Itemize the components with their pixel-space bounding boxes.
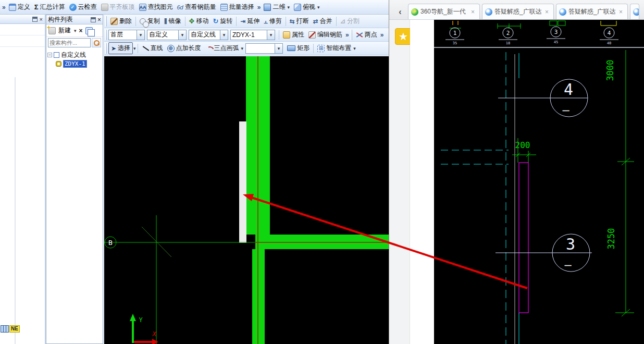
arc-mode-select[interactable]: ▾ bbox=[245, 43, 283, 54]
new-component-icon bbox=[48, 27, 56, 34]
chevron-down-icon[interactable]: ▾ bbox=[241, 46, 244, 51]
cloud-check-icon: ✓ bbox=[69, 4, 77, 11]
close-icon[interactable]: × bbox=[97, 16, 101, 23]
toolbar-overflow-icon[interactable]: » bbox=[379, 31, 385, 39]
smart-layout-icon: ⊞ bbox=[317, 45, 325, 52]
canvas-drawing: B Y X bbox=[104, 56, 389, 344]
select-tool-button[interactable]: ➤选择 bbox=[108, 42, 133, 54]
chevron-down-icon[interactable]: ▾ bbox=[133, 46, 136, 51]
copy-component-icon[interactable] bbox=[85, 27, 93, 34]
glodon-qa-favicon bbox=[633, 8, 639, 16]
break-button[interactable]: ⇆打断 bbox=[288, 16, 311, 27]
close-icon[interactable]: × bbox=[40, 16, 43, 22]
separator bbox=[286, 17, 286, 26]
drawing-canvas[interactable]: B Y X bbox=[104, 56, 389, 344]
chevron-down-icon[interactable]: ▾ bbox=[73, 28, 77, 33]
browser-window: ‹ 360导航_新一代 × 答疑解惑_广联达 × 答疑解惑_广联达 × ★ bbox=[389, 0, 644, 344]
chevron-down-icon[interactable]: ▾ bbox=[178, 30, 186, 40]
edit-rebar-button[interactable]: 编辑钢筋 bbox=[306, 29, 344, 40]
view-rebar-button[interactable]: 6d 查看钢筋量 bbox=[175, 2, 218, 13]
cloud-check-button[interactable]: ✓ 云检查 bbox=[67, 2, 99, 13]
close-tab-icon[interactable]: × bbox=[618, 8, 623, 16]
collapse-node-icon[interactable]: − bbox=[47, 53, 52, 57]
summary-calc-button[interactable]: Σ 汇总计算 bbox=[32, 2, 67, 13]
floor-select[interactable]: 首层▾ bbox=[108, 30, 145, 40]
trim-button[interactable]: ⫠修剪 bbox=[262, 16, 283, 27]
toolbar-overflow-icon[interactable]: » bbox=[256, 4, 262, 11]
view-2d-button[interactable]: 二维 ▾ bbox=[262, 2, 292, 13]
browser-tab-partial[interactable] bbox=[630, 4, 639, 19]
top-view-button[interactable]: 俯视 ▾ bbox=[292, 2, 322, 13]
browser-tab-qa-1[interactable]: 答疑解惑_广联达 × bbox=[482, 4, 554, 19]
properties-icon bbox=[283, 31, 290, 39]
svg-text:200: 200 bbox=[515, 140, 530, 150]
find-element-button[interactable]: AA 查找图元 bbox=[137, 2, 175, 13]
chevron-down-icon[interactable]: ▾ bbox=[317, 5, 320, 10]
tree-root-label: 自定义线 bbox=[61, 51, 86, 59]
left-dock-panel: × NE bbox=[0, 15, 46, 344]
favorites-star-button[interactable]: ★ bbox=[395, 28, 412, 45]
type-select[interactable]: 自定义线▾ bbox=[189, 30, 228, 40]
smart-layout-button[interactable]: ⊞智能布置▾ bbox=[315, 43, 358, 54]
extend-button[interactable]: ⇥延伸 bbox=[238, 16, 262, 27]
bim-application-window: » 定义 Σ 汇总计算 ✓ 云检查 平齐板顶 AA 查找图元 6d 查看钢筋量 … bbox=[0, 0, 389, 344]
component-list-toolbar: 新建 ▾ × bbox=[46, 24, 103, 37]
toolbar-grip[interactable] bbox=[105, 16, 107, 27]
svg-text:—: — bbox=[564, 258, 572, 271]
search-input[interactable] bbox=[48, 38, 91, 47]
drawing-toolbars: 删除 复制 ⫼镜像 ✥移动 ↻旋转 ⇥延伸 ⫠修剪 ⇆打断 ⇄合并 ⊿分割 首层… bbox=[104, 15, 389, 55]
tab-collapse-button[interactable]: ‹ bbox=[392, 5, 408, 19]
close-tab-icon[interactable]: × bbox=[470, 8, 475, 16]
wall-horizontal[interactable] bbox=[255, 235, 389, 249]
2d-view-icon bbox=[264, 4, 271, 11]
toolbar-grip[interactable] bbox=[105, 43, 107, 54]
gear-icon bbox=[56, 61, 61, 67]
properties-button[interactable]: 属性 bbox=[281, 29, 306, 40]
mirror-button[interactable]: ⫼镜像 bbox=[162, 16, 183, 27]
category-select[interactable]: 自定义▾ bbox=[147, 30, 187, 40]
define-icon bbox=[9, 4, 16, 11]
merge-button[interactable]: ⇄合并 bbox=[311, 16, 335, 27]
chevron-down-icon[interactable]: ▾ bbox=[287, 5, 290, 10]
chevron-down-icon[interactable]: ▾ bbox=[353, 46, 356, 51]
element-select[interactable]: ZDYX-1▾ bbox=[230, 30, 275, 40]
wall-vertical-lower[interactable] bbox=[252, 249, 265, 344]
svg-text:4: 4 bbox=[608, 30, 611, 36]
chevron-down-icon[interactable]: ▾ bbox=[275, 44, 282, 53]
custom-line-element[interactable] bbox=[239, 121, 246, 243]
chevron-down-icon[interactable]: ▾ bbox=[137, 30, 144, 40]
line-tool-button[interactable]: 直线 bbox=[140, 43, 165, 54]
chevron-down-icon[interactable]: ▾ bbox=[220, 30, 228, 40]
pin-icon[interactable] bbox=[32, 17, 38, 22]
toolbar-grip[interactable] bbox=[351, 30, 352, 40]
browser-tab-qa-2[interactable]: 答疑解惑_广联达 × bbox=[556, 4, 628, 19]
define-button[interactable]: 定义 bbox=[7, 2, 32, 13]
delete-component-button[interactable]: × bbox=[79, 27, 83, 34]
search-button[interactable] bbox=[92, 38, 101, 47]
chevron-down-icon[interactable]: ▾ bbox=[267, 30, 275, 40]
pin-icon[interactable] bbox=[91, 17, 96, 22]
toolbar-grip[interactable] bbox=[105, 30, 107, 40]
panel-title: 构件列表 bbox=[48, 15, 73, 24]
tree-node-item[interactable]: ZDYX-1 bbox=[47, 59, 102, 68]
tree-node-root[interactable]: − 自定义线 bbox=[47, 51, 102, 59]
selected-component[interactable]: ZDYX-1 bbox=[63, 60, 87, 68]
close-tab-icon[interactable]: × bbox=[544, 8, 549, 16]
delete-button[interactable]: 删除 bbox=[108, 16, 134, 27]
arc-3pt-tool-button[interactable]: 三点画弧▾ bbox=[203, 43, 246, 54]
batch-select-button[interactable]: 批量选择 bbox=[218, 2, 256, 13]
toolbar-overflow-icon[interactable]: » bbox=[344, 31, 350, 39]
column-outline-magenta bbox=[519, 163, 528, 313]
point-length-tool-button[interactable]: ⊕点加长度 bbox=[165, 43, 203, 54]
break-icon: ⇆ bbox=[290, 18, 295, 25]
two-point-button[interactable]: 两点 bbox=[354, 29, 379, 40]
toolbar-overflow-icon[interactable]: » bbox=[1, 4, 7, 11]
move-button[interactable]: ✥移动 bbox=[187, 16, 211, 27]
rectangle-tool-button[interactable]: 矩形 bbox=[285, 43, 312, 54]
custom-line-type-icon bbox=[54, 52, 59, 58]
copy-button[interactable]: 复制 bbox=[138, 16, 162, 27]
rotate-button[interactable]: ↻旋转 bbox=[210, 16, 234, 27]
browser-tab-360nav[interactable]: 360导航_新一代 × bbox=[408, 4, 480, 19]
grid-bubble-3: 3 — bbox=[496, 234, 592, 272]
new-component-button[interactable]: 新建 bbox=[58, 26, 71, 35]
